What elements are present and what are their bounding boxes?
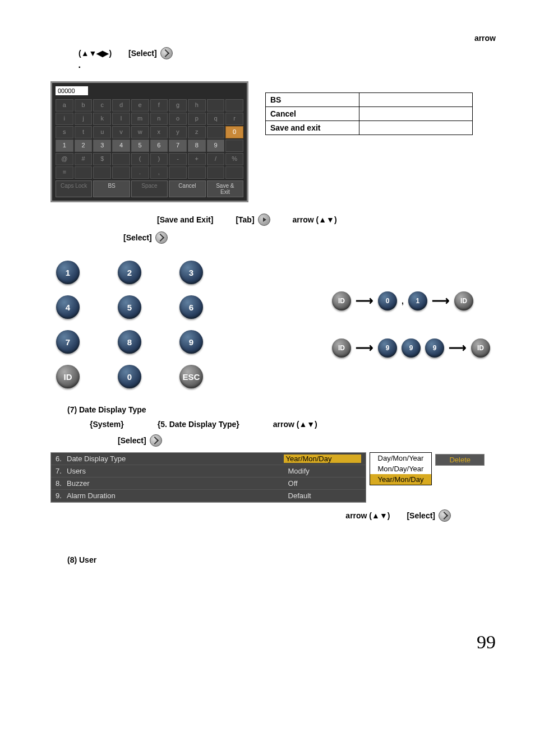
vk-key[interactable]: n (150, 113, 168, 125)
vk-key[interactable]: 3 (93, 140, 111, 152)
digit-1-button[interactable]: 1 (56, 261, 80, 284)
vk-key[interactable]: $ (93, 153, 111, 165)
vk-key[interactable]: b (75, 99, 93, 112)
digit-9-button[interactable]: 9 (179, 330, 203, 354)
select-label-3: [Select] (118, 436, 146, 445)
vk-cancel-button[interactable]: Cancel (169, 180, 205, 197)
vk-key[interactable]: # (75, 153, 93, 165)
vk-key[interactable]: a (56, 99, 73, 112)
select-label-2: [Select] (123, 233, 152, 242)
vk-key[interactable]: ( (131, 153, 149, 165)
vk-key[interactable] (169, 166, 187, 179)
vk-key[interactable] (112, 153, 130, 165)
vk-key[interactable]: r (225, 113, 243, 125)
vk-key[interactable]: q (207, 113, 225, 125)
vk-key[interactable]: - (169, 153, 187, 165)
vk-key[interactable]: + (188, 153, 206, 165)
virtual-keyboard[interactable]: 00000 abcdefghijklmnopqrstuvwxyz01234567… (50, 81, 248, 202)
vk-key[interactable]: m (131, 113, 149, 125)
id-button: ID (332, 338, 351, 358)
vk-key[interactable]: @ (56, 153, 73, 165)
vk-key[interactable]: 0 (225, 126, 243, 138)
vk-key[interactable]: z (188, 126, 206, 138)
digit-button: 9 (378, 338, 397, 358)
digit-0-button[interactable]: 0 (118, 365, 141, 388)
vk-key[interactable] (207, 99, 225, 112)
vk-key[interactable] (225, 140, 243, 152)
digit-2-button[interactable]: 2 (118, 261, 141, 284)
vk-key[interactable]: 9 (207, 140, 225, 152)
dropdown-option[interactable]: Day/Mon/Year (370, 453, 432, 463)
vk-key[interactable]: u (93, 126, 111, 138)
system-menu-row[interactable]: 9.Alarm DurationDefault (51, 490, 366, 502)
vk-key[interactable]: t (75, 126, 93, 138)
arrow-right-icon: ⟶ (356, 341, 373, 355)
dropdown-option[interactable]: Mon/Day/Year (370, 463, 432, 474)
vk-key[interactable]: w (131, 126, 149, 138)
vk-key[interactable]: c (93, 99, 111, 112)
id-button[interactable]: ID (56, 365, 80, 388)
digit-8-button[interactable]: 8 (118, 330, 141, 354)
vk-key[interactable] (112, 166, 130, 179)
vk-key[interactable]: . (131, 166, 149, 179)
vk-key[interactable]: / (207, 153, 225, 165)
vk-key[interactable]: e (131, 99, 149, 112)
vk-key[interactable]: 8 (188, 140, 206, 152)
vk-key[interactable]: j (75, 113, 93, 125)
vk-key[interactable]: p (188, 113, 206, 125)
digit-3-button[interactable]: 3 (179, 261, 203, 284)
vk-key[interactable]: 5 (131, 140, 149, 152)
vk-key[interactable] (207, 166, 225, 179)
vk-space-button[interactable]: Space (131, 180, 168, 197)
vk-key[interactable]: 6 (150, 140, 168, 152)
vk-key[interactable]: , (150, 166, 168, 179)
vk-key[interactable]: f (150, 99, 168, 112)
vk-key[interactable]: s (56, 126, 73, 138)
digit-6-button[interactable]: 6 (179, 295, 203, 319)
vk-key[interactable]: 7 (169, 140, 187, 152)
esc-button[interactable]: ESC (179, 365, 203, 388)
vk-key[interactable]: l (112, 113, 130, 125)
vk-text-input[interactable]: 00000 (56, 86, 88, 95)
digit-4-button[interactable]: 4 (56, 295, 80, 319)
vk-key[interactable] (225, 166, 243, 179)
vk-key[interactable] (225, 99, 243, 112)
vk-key[interactable]: x (150, 126, 168, 138)
dropdown-option[interactable]: Year/Mon/Day (370, 474, 432, 485)
select-icon (439, 509, 451, 522)
vk-key[interactable]: % (225, 153, 243, 165)
vk-key[interactable]: ) (150, 153, 168, 165)
system-menu-row[interactable]: 7.UsersModify (51, 465, 366, 477)
vk-key[interactable]: y (169, 126, 187, 138)
digit-5-button[interactable]: 5 (118, 295, 141, 319)
numeric-keypad[interactable]: 123456789ID0ESC (56, 261, 224, 388)
vk-key[interactable]: 1 (56, 140, 73, 152)
vk-key[interactable] (207, 126, 225, 138)
system-menu-row[interactable]: 6.Date Display TypeYear/Mon/Day (51, 453, 366, 465)
vk-key[interactable] (188, 166, 206, 179)
vk-key[interactable]: v (112, 126, 130, 138)
tab-icon (258, 214, 270, 226)
vk-key[interactable]: k (93, 113, 111, 125)
legend-bs: BS (266, 93, 359, 107)
date-format-dropdown[interactable]: Day/Mon/YearMon/Day/YearYear/Mon/Day (370, 452, 432, 485)
vk-key[interactable]: = (56, 166, 73, 179)
vk-key[interactable]: d (112, 99, 130, 112)
arrow-ud-label: arrow (▲▼) (273, 420, 317, 429)
vk-bs-button[interactable]: BS (93, 180, 130, 197)
vk-key[interactable]: i (56, 113, 73, 125)
system-menu-list[interactable]: 6.Date Display TypeYear/Mon/Day7.UsersMo… (50, 452, 366, 503)
system-menu-row[interactable]: 8.BuzzerOff (51, 477, 366, 490)
vk-save-exit-button[interactable]: Save & Exit (207, 180, 243, 197)
vk-key[interactable] (75, 166, 93, 179)
vk-key[interactable]: 4 (112, 140, 130, 152)
digit-7-button[interactable]: 7 (56, 330, 80, 354)
vk-key[interactable]: 2 (75, 140, 93, 152)
vk-key[interactable]: h (188, 99, 206, 112)
delete-button[interactable]: Delete (435, 454, 485, 466)
vk-key[interactable]: o (169, 113, 187, 125)
vk-key[interactable]: g (169, 99, 187, 112)
vk-key[interactable] (93, 166, 111, 179)
vk-caps-lock-button[interactable]: Caps Lock (56, 180, 92, 197)
select-icon (160, 47, 173, 59)
